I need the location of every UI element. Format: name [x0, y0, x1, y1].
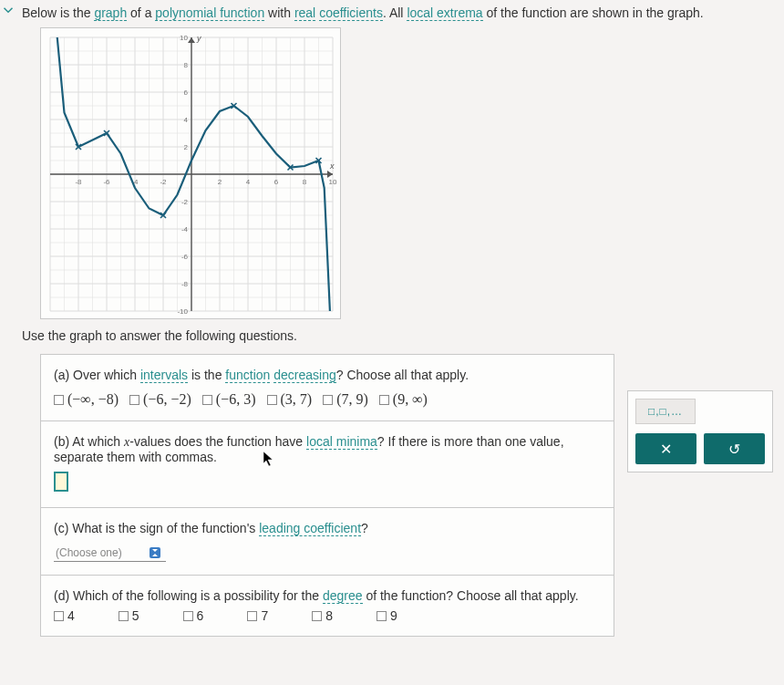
svg-text:-8: -8	[75, 178, 82, 186]
checkbox-degree-4[interactable]	[54, 611, 64, 621]
question-b: (b) At which x-values does the function …	[41, 421, 614, 508]
term-real[interactable]: real	[294, 5, 315, 21]
checkbox-degree-7[interactable]	[247, 611, 257, 621]
prompt-use-graph: Use the graph to answer the following qu…	[22, 328, 771, 343]
interval-label: (3, 7)	[281, 391, 313, 407]
interval-label: (−6, 3)	[216, 391, 256, 407]
intro-text: Below is the graph of a polynomial funct…	[22, 5, 771, 20]
checkbox-interval-5[interactable]	[379, 395, 389, 405]
question-d: (d) Which of the following is a possibil…	[41, 576, 614, 636]
leading-coeff-dropdown[interactable]: (Choose one)	[54, 545, 166, 562]
svg-text:8: 8	[303, 178, 307, 186]
svg-text:-2: -2	[181, 198, 189, 206]
svg-text:-10: -10	[177, 307, 188, 316]
term-function[interactable]: function	[225, 368, 270, 383]
checkbox-degree-6[interactable]	[183, 611, 193, 621]
term-local-minima[interactable]: local minima	[306, 434, 377, 450]
svg-text:x: x	[329, 161, 335, 171]
checkbox-interval-2[interactable]	[202, 395, 212, 405]
interval-label: (7, 9)	[336, 391, 368, 407]
checkbox-interval-1[interactable]	[129, 395, 139, 405]
dropdown-arrow-icon	[150, 547, 160, 558]
svg-text:-8: -8	[181, 280, 189, 288]
svg-text:-4: -4	[181, 225, 189, 234]
local-minima-input[interactable]	[54, 472, 68, 492]
svg-marker-45	[188, 37, 195, 43]
list-format-button[interactable]: □,□,…	[635, 399, 696, 424]
checkbox-degree-9[interactable]	[377, 611, 387, 621]
chevron-down-icon[interactable]	[0, 2, 16, 18]
svg-text:10: 10	[180, 34, 188, 42]
svg-text:-2: -2	[160, 178, 167, 186]
svg-text:4: 4	[184, 116, 189, 124]
term-graph[interactable]: graph	[94, 5, 127, 21]
svg-text:6: 6	[274, 178, 279, 186]
checkbox-interval-3[interactable]	[267, 395, 277, 405]
term-coefficients[interactable]: coefficients	[319, 5, 383, 21]
svg-marker-44	[327, 171, 333, 178]
svg-text:-6: -6	[103, 178, 110, 186]
svg-text:8: 8	[184, 61, 189, 69]
term-leading-coefficient[interactable]: leading coefficient	[259, 521, 361, 536]
term-local-extrema[interactable]: local extrema	[407, 5, 482, 21]
interval-label: (−∞, −8)	[67, 391, 119, 407]
question-a: (a) Over which intervals is the function…	[41, 355, 614, 421]
degree-label: 4	[67, 608, 75, 623]
close-button[interactable]: ✕	[635, 433, 696, 464]
degree-label: 7	[261, 608, 268, 623]
questions-box: (a) Over which intervals is the function…	[40, 354, 614, 637]
term-polynomial-function[interactable]: polynomial function	[155, 5, 264, 21]
interval-label: (−6, −2)	[143, 391, 191, 407]
checkbox-interval-0[interactable]	[54, 395, 64, 405]
degree-label: 9	[390, 608, 397, 623]
svg-text:10: 10	[329, 178, 337, 186]
polynomial-graph: -8-6-4-2246810-10-8-6-4-2246810xy	[40, 27, 341, 319]
term-degree[interactable]: degree	[323, 588, 363, 604]
degree-label: 6	[197, 608, 204, 623]
svg-text:4: 4	[246, 178, 251, 186]
tool-panel: □,□,… ✕ ↺	[627, 390, 773, 472]
svg-text:6: 6	[184, 88, 189, 97]
question-c: (c) What is the sign of the function's l…	[41, 508, 614, 576]
checkbox-degree-5[interactable]	[119, 611, 129, 621]
svg-text:2: 2	[218, 178, 222, 186]
interval-label: (9, ∞)	[393, 391, 428, 407]
svg-text:2: 2	[184, 143, 189, 151]
term-decreasing[interactable]: decreasing	[273, 368, 336, 383]
term-intervals[interactable]: intervals	[140, 368, 188, 383]
reset-button[interactable]: ↺	[704, 433, 765, 464]
checkbox-degree-8[interactable]	[312, 611, 322, 621]
degree-label: 8	[325, 608, 333, 623]
checkbox-interval-4[interactable]	[323, 395, 333, 405]
degree-label: 5	[132, 608, 139, 623]
svg-text:y: y	[196, 34, 201, 43]
svg-text:-6: -6	[181, 253, 189, 261]
